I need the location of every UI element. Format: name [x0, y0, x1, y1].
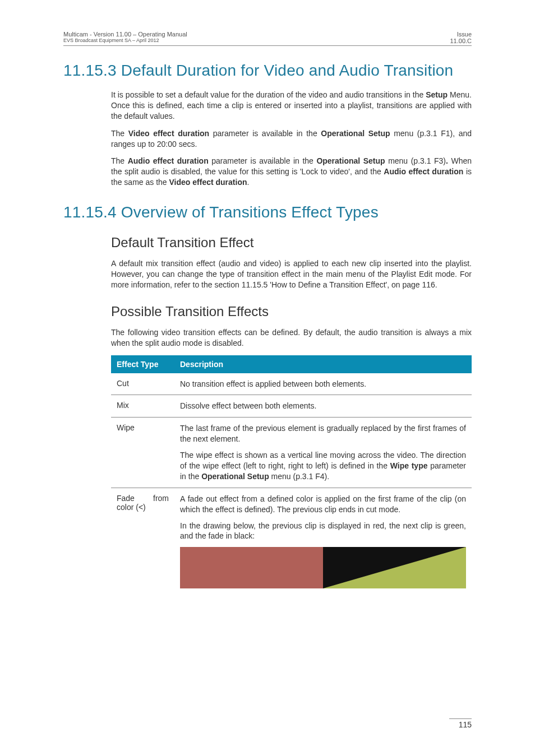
page-number: 115 [449, 718, 472, 729]
cell-effect-type: Cut [111, 373, 174, 395]
bold-text: Wipe type [390, 461, 428, 470]
text: color (<) [117, 503, 169, 512]
fade-diagram-next-clip [323, 547, 466, 588]
text: parameter is available in the [209, 156, 317, 165]
cell-effect-type: Mix [111, 395, 174, 418]
text: A fade out effect from a defined color i… [180, 494, 466, 515]
text: menu (p.3.1 F3) [385, 156, 446, 165]
bold-text: Operational Setup [316, 156, 385, 165]
paragraph: The Audio effect duration parameter is a… [111, 156, 472, 188]
document-page: Multicam - Version 11.00 – Operating Man… [0, 0, 535, 756]
table-row: Cut No transition effect is applied betw… [111, 373, 472, 395]
table-header-row: Effect Type Description [111, 355, 472, 373]
bold-text: Audio effect duration [384, 167, 463, 176]
header-right: Issue 11.00.C [450, 31, 472, 44]
cell-effect-type: Fade from color (<) [111, 488, 174, 594]
heading-11-15-4: 11.15.4 Overview of Transitions Effect T… [63, 203, 472, 221]
subheading-default-transition: Default Transition Effect [111, 235, 472, 251]
header-issue-value: 11.00.C [450, 38, 472, 44]
cell-description: No transition effect is applied between … [174, 373, 472, 395]
text: Dissolve effect between both elements. [180, 401, 466, 411]
transitions-table: Effect Type Description Cut No transitio… [111, 355, 472, 595]
text: The last frame of the previous element i… [180, 423, 466, 444]
fade-diagram [180, 547, 466, 588]
cell-description: A fade out effect from a defined color i… [174, 488, 472, 594]
cell-description: The last frame of the previous element i… [174, 418, 472, 488]
text: parameter is available in the [209, 129, 321, 138]
bold-text: Setup [426, 90, 448, 99]
text: The [111, 129, 128, 138]
table-header-description: Description [174, 355, 472, 373]
paragraph: A default mix transition effect (audio a… [111, 258, 472, 290]
text: from [153, 494, 169, 503]
table-row: Wipe The last frame of the previous elem… [111, 418, 472, 488]
text: Fade [117, 494, 135, 503]
text: It is possible to set a default value fo… [111, 90, 426, 99]
text: No transition effect is applied between … [180, 379, 466, 389]
table-header-effect-type: Effect Type [111, 355, 174, 373]
header-doc-title: Multicam - Version 11.00 – Operating Man… [63, 31, 187, 38]
bold-text: Operational Setup [201, 472, 269, 481]
paragraph: The Video effect duration parameter is a… [111, 128, 472, 150]
heading-11-15-3: 11.15.3 Default Duration for Video and A… [63, 62, 472, 80]
bold-text: Video effect duration [128, 129, 209, 138]
cell-effect-type: Wipe [111, 418, 174, 488]
paragraph: It is possible to set a default value fo… [111, 90, 472, 122]
paragraph: The following video transition effects c… [111, 327, 472, 349]
subheading-possible-transition: Possible Transition Effects [111, 304, 472, 319]
page-header: Multicam - Version 11.00 – Operating Man… [63, 31, 472, 46]
table-row: Fade from color (<) A fade out effect fr… [111, 488, 472, 594]
fade-diagram-fade-triangle [323, 547, 466, 588]
header-company: EVS Broadcast Equipment SA – April 2012 [63, 38, 187, 43]
bold-text: Audio effect duration [128, 156, 209, 165]
header-left: Multicam - Version 11.00 – Operating Man… [63, 31, 187, 44]
cell-description: Dissolve effect between both elements. [174, 395, 472, 418]
text: menu (p.3.1 F4). [269, 472, 329, 481]
table-row: Mix Dissolve effect between both element… [111, 395, 472, 418]
header-issue-label: Issue [450, 31, 472, 38]
text: . [247, 178, 250, 187]
bold-text: Operational Setup [321, 129, 390, 138]
text: In the drawing below, the previous clip … [180, 521, 466, 542]
fade-diagram-previous-clip [180, 547, 323, 588]
text: The [111, 156, 128, 165]
text: The wipe effect is shown as a vertical l… [180, 450, 466, 482]
bold-text: Video effect duration [169, 178, 247, 187]
